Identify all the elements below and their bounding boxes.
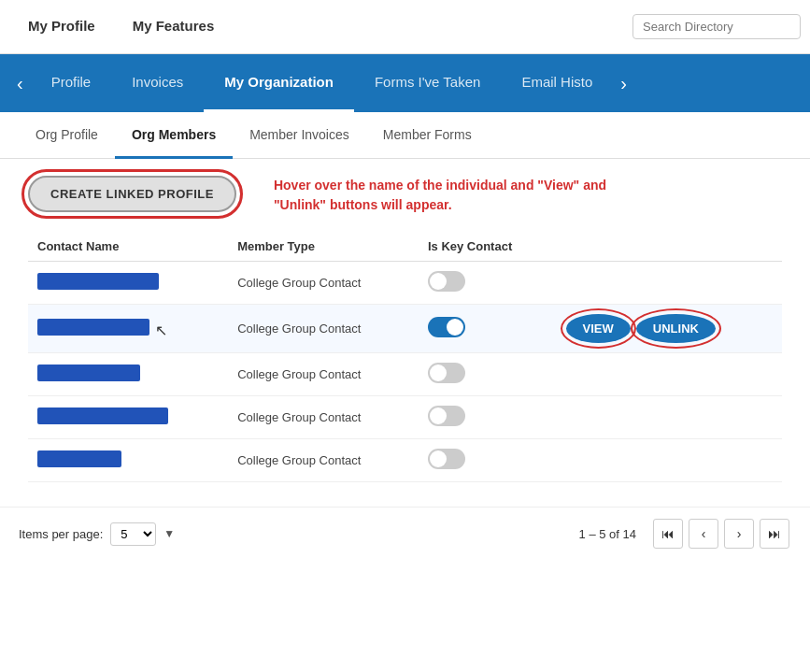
items-per-page-label: Items per page: — [19, 527, 103, 541]
key-contact-cell[interactable] — [419, 439, 557, 482]
sub-tab-org-members[interactable]: Org Members — [115, 112, 233, 159]
toggle-switch[interactable] — [428, 317, 465, 337]
hint-text: Hover over the name of the individual an… — [274, 176, 647, 215]
key-contact-cell[interactable] — [419, 353, 557, 396]
create-linked-profile-button[interactable]: CREATE LINKED PROFILE — [28, 176, 236, 212]
name-placeholder — [37, 407, 168, 424]
member-type-cell: College Group Contact — [228, 305, 419, 353]
blue-tab-email-history[interactable]: Email Histo — [501, 54, 613, 112]
prev-page-button[interactable]: ‹ — [689, 519, 718, 549]
table-row: College Group Contact — [28, 439, 782, 482]
action-buttons-cell: VIEWUNLINK — [557, 305, 782, 353]
page-buttons: ⏮ ‹ › ⏭ — [651, 519, 791, 549]
table-row: College Group Contact — [28, 353, 782, 396]
name-placeholder — [37, 319, 149, 336]
toggle-switch[interactable] — [428, 363, 465, 383]
create-section: CREATE LINKED PROFILE Hover over the nam… — [28, 176, 782, 215]
blue-tab-next-arrow[interactable]: › — [613, 73, 634, 94]
action-buttons-cell — [557, 396, 782, 439]
key-contact-cell[interactable] — [419, 396, 557, 439]
cursor-icon: ↖ — [155, 322, 167, 339]
blue-tab-profile[interactable]: Profile — [31, 54, 112, 112]
name-placeholder — [37, 450, 121, 467]
table-row: ↖College Group ContactVIEWUNLINK — [28, 305, 782, 353]
tab-my-features[interactable]: My Features — [114, 0, 234, 54]
top-nav: My Profile My Features — [0, 0, 810, 54]
per-page-select[interactable]: 5 10 25 — [110, 522, 156, 546]
blue-tab-forms-taken[interactable]: Forms I've Taken — [354, 54, 501, 112]
key-contact-cell[interactable] — [419, 262, 557, 305]
blue-tab-my-organization[interactable]: My Organization — [204, 54, 354, 112]
view-button[interactable]: VIEW — [566, 314, 631, 343]
col-member-type: Member Type — [228, 232, 419, 262]
next-page-button[interactable]: › — [724, 519, 754, 549]
blue-tab-bar: ‹ Profile Invoices My Organization Forms… — [0, 54, 810, 112]
member-type-cell: College Group Contact — [228, 262, 419, 305]
create-btn-wrapper: CREATE LINKED PROFILE — [28, 176, 236, 212]
contact-name-cell — [28, 262, 228, 305]
pagination-bar: Items per page: 5 10 25 ▼ 1 – 5 of 14 ⏮ … — [0, 507, 810, 560]
sub-tab-member-forms[interactable]: Member Forms — [366, 112, 489, 159]
last-page-button[interactable]: ⏭ — [760, 519, 789, 549]
per-page-arrow-icon: ▼ — [163, 527, 175, 540]
table-row: College Group Contact — [28, 396, 782, 439]
col-contact-name: Contact Name — [28, 232, 228, 262]
contact-name-cell — [28, 353, 228, 396]
name-placeholder — [37, 273, 159, 290]
toggle-switch[interactable] — [428, 406, 465, 426]
contact-name-cell — [28, 396, 228, 439]
items-per-page-section: Items per page: 5 10 25 ▼ — [19, 522, 175, 546]
name-placeholder — [37, 365, 140, 381]
sub-tab-bar: Org Profile Org Members Member Invoices … — [0, 112, 810, 159]
unlink-button[interactable]: UNLINK — [636, 314, 716, 343]
key-contact-cell[interactable] — [419, 305, 557, 353]
first-page-button[interactable]: ⏮ — [653, 519, 683, 549]
action-buttons-cell — [557, 439, 782, 482]
contact-name-cell — [28, 439, 228, 482]
members-table: Contact Name Member Type Is Key Contact … — [28, 232, 782, 482]
toggle-switch[interactable] — [428, 271, 465, 292]
search-input[interactable] — [632, 14, 801, 39]
sub-tab-member-invoices[interactable]: Member Invoices — [233, 112, 366, 159]
col-is-key-contact: Is Key Contact — [419, 232, 557, 262]
tab-my-profile[interactable]: My Profile — [9, 0, 114, 54]
action-btn-group: VIEWUNLINK — [566, 314, 773, 343]
table-row: College Group Contact — [28, 262, 782, 305]
member-type-cell: College Group Contact — [228, 396, 419, 439]
action-buttons-cell — [557, 353, 782, 396]
member-type-cell: College Group Contact — [228, 353, 419, 396]
col-actions — [557, 232, 782, 262]
pagination-range: 1 – 5 of 14 — [579, 527, 636, 541]
action-buttons-cell — [557, 262, 782, 305]
sub-tab-org-profile[interactable]: Org Profile — [19, 112, 115, 159]
main-content: CREATE LINKED PROFILE Hover over the nam… — [0, 159, 810, 499]
blue-tab-prev-arrow[interactable]: ‹ — [9, 73, 31, 94]
contact-name-cell: ↖ — [28, 305, 228, 353]
blue-tab-invoices[interactable]: Invoices — [111, 54, 204, 112]
member-type-cell: College Group Contact — [228, 439, 419, 482]
toggle-switch[interactable] — [428, 449, 465, 469]
